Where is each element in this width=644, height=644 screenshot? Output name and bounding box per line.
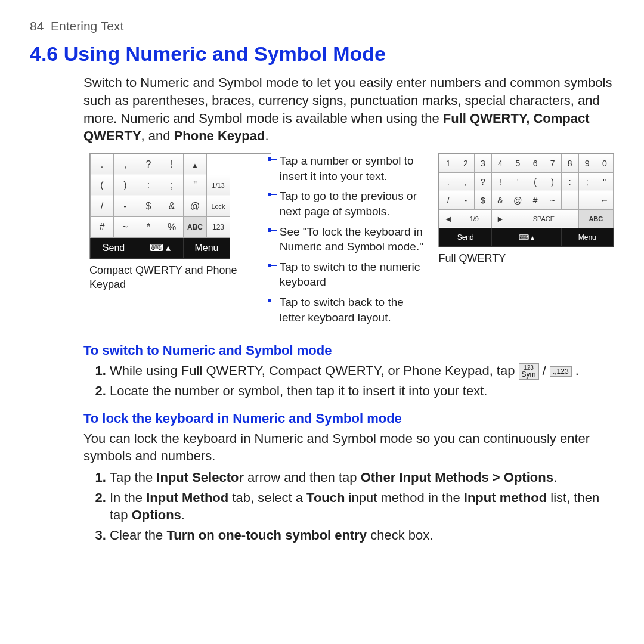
key[interactable]: ? — [137, 154, 160, 175]
backspace-key[interactable]: ← — [596, 191, 613, 209]
step: Clear the Turn on one-touch symbol entry… — [110, 527, 614, 544]
step: In the Input Method tab, select a Touch … — [110, 489, 614, 524]
key[interactable]: @ — [184, 196, 207, 216]
key[interactable]: * — [137, 216, 160, 237]
menu-button[interactable]: Menu — [184, 237, 230, 258]
key[interactable]: ! — [491, 172, 509, 191]
page-indicator: 1/9 — [457, 209, 491, 228]
section-heading: 4.6 Using Numeric and Symbol Mode — [30, 41, 614, 68]
key[interactable]: 6 — [527, 154, 544, 172]
key[interactable]: 0 — [596, 154, 613, 172]
annotation-column: Tap a number or symbol to insert it into… — [280, 153, 431, 330]
step: Tap the Input Selector arrow and then ta… — [110, 469, 614, 487]
key[interactable]: 3 — [474, 154, 491, 172]
key[interactable]: ; — [578, 172, 596, 191]
key[interactable]: 2 — [457, 154, 474, 172]
figure-block: . , ? ! ( ) : ; " 1/13 — [89, 153, 614, 330]
figure-caption-left: Compact QWERTY and Phone Keypad — [89, 263, 271, 292]
key[interactable]: ' — [509, 172, 527, 191]
key[interactable]: : — [137, 175, 160, 196]
page-indicator: 1/13 — [207, 175, 230, 196]
key[interactable]: ~ — [114, 216, 137, 237]
switch-steps: While using Full QWERTY, Compact QWERTY,… — [94, 362, 614, 400]
abc-key[interactable]: ABC — [184, 216, 207, 237]
key[interactable]: 4 — [491, 154, 509, 172]
full-qwerty-keypad: 1 2 3 4 5 6 7 8 9 0 . , ? — [439, 154, 614, 247]
num-key-icon: .,123 — [550, 366, 572, 377]
key[interactable]: ( — [91, 175, 114, 196]
key[interactable]: 1 — [439, 154, 457, 172]
running-header: 84 Entering Text — [30, 18, 614, 35]
annotation: Tap to switch to the numeric keyboard — [280, 259, 431, 290]
key[interactable]: - — [114, 196, 137, 216]
keyboard-icon[interactable]: ⌨ ▴ — [491, 228, 561, 246]
key[interactable]: . — [91, 154, 114, 175]
key[interactable]: ) — [544, 172, 561, 191]
annotation: See "To lock the keyboard in Numeric and… — [280, 224, 431, 255]
subheading-switch: To switch to Numeric and Symbol mode — [83, 342, 614, 360]
key[interactable]: ~ — [544, 191, 561, 209]
chapter-title: Entering Text — [51, 19, 123, 33]
key[interactable]: @ — [509, 191, 527, 209]
key[interactable]: " — [184, 175, 207, 196]
abc-key[interactable]: ABC — [578, 209, 613, 228]
step: While using Full QWERTY, Compact QWERTY,… — [110, 362, 614, 380]
space-key[interactable]: SPACE — [509, 209, 578, 228]
lock-key[interactable]: Lock — [207, 196, 230, 216]
figure-caption-right: Full QWERTY — [438, 251, 614, 265]
next-page-key[interactable]: ► — [491, 209, 509, 228]
key[interactable]: : — [561, 172, 578, 191]
send-button[interactable]: Send — [439, 228, 491, 246]
page-number: 84 — [30, 19, 44, 33]
key[interactable]: ; — [160, 175, 184, 196]
key[interactable]: $ — [474, 191, 491, 209]
num-key[interactable]: 123 — [207, 216, 230, 237]
key[interactable]: 7 — [544, 154, 561, 172]
prev-page-key[interactable]: ◄ — [439, 209, 457, 228]
key[interactable]: 5 — [509, 154, 527, 172]
key[interactable]: " — [596, 172, 613, 191]
annotation: Tap a number or symbol to insert it into… — [280, 153, 431, 184]
key[interactable]: & — [160, 196, 184, 216]
lock-steps: Tap the Input Selector arrow and then ta… — [94, 469, 614, 544]
full-qwerty-figure: 1 2 3 4 5 6 7 8 9 0 . , ? — [438, 153, 614, 330]
intro-paragraph: Switch to Numeric and Symbol mode to let… — [83, 74, 614, 145]
key[interactable]: / — [91, 196, 114, 216]
compact-keypad: . , ? ! ( ) : ; " 1/13 — [90, 154, 230, 259]
key[interactable]: . — [439, 172, 457, 191]
key[interactable]: ) — [114, 175, 137, 196]
key[interactable]: 8 — [561, 154, 578, 172]
annotation: Tap to go to the previous or next page o… — [280, 188, 431, 219]
sym-key-icon: 123Sym — [519, 363, 539, 380]
key[interactable]: & — [491, 191, 509, 209]
key[interactable]: , — [114, 154, 137, 175]
step: Locate the number or symbol, then tap it… — [110, 382, 614, 400]
key[interactable]: # — [91, 216, 114, 237]
key[interactable] — [578, 191, 596, 209]
compact-keypad-figure: . , ? ! ( ) : ; " 1/13 — [89, 153, 271, 330]
send-button[interactable]: Send — [91, 237, 137, 258]
page-up-key[interactable] — [184, 154, 207, 175]
key[interactable]: / — [439, 191, 457, 209]
subheading-lock: To lock the keyboard in Numeric and Symb… — [83, 410, 614, 428]
key[interactable]: , — [457, 172, 474, 191]
lock-paragraph: You can lock the keyboard in Numeric and… — [83, 430, 614, 465]
key[interactable]: - — [457, 191, 474, 209]
keyboard-icon[interactable]: ⌨ ▴ — [137, 237, 184, 258]
key[interactable]: ! — [160, 154, 184, 175]
annotation: Tap to switch back to the letter keyboar… — [280, 295, 431, 325]
key[interactable]: # — [527, 191, 544, 209]
key[interactable]: ? — [474, 172, 491, 191]
key[interactable]: _ — [561, 191, 578, 209]
menu-button[interactable]: Menu — [561, 228, 613, 246]
key[interactable]: % — [160, 216, 184, 237]
key[interactable]: $ — [137, 196, 160, 216]
key[interactable]: ( — [527, 172, 544, 191]
key[interactable]: 9 — [578, 154, 596, 172]
